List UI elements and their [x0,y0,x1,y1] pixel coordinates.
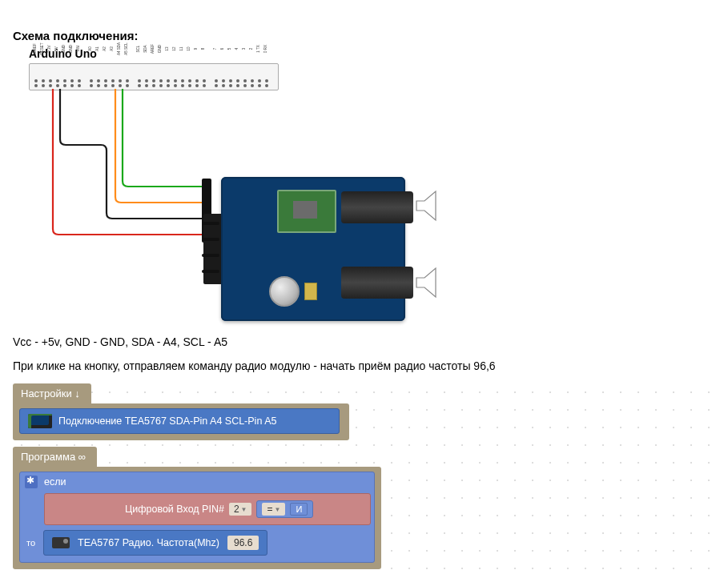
pin-socket [145,84,148,87]
pin-a5scl: A5 SCL [124,64,131,90]
pin-label: A3 [110,41,114,57]
pin-label: A2 [103,41,107,57]
pin-11: 11 [179,64,186,90]
pin-socket [258,84,261,87]
pin-label: 8 [201,41,205,57]
pin-scl: SCL [136,64,143,90]
pin-12: 12 [172,64,179,90]
pin-socket [167,84,170,87]
pin-socket [104,84,107,87]
gear-icon[interactable] [25,476,38,488]
pin-a1: A1 [95,64,102,90]
wiring-text: Vcc - +5v, GND - GND, SDA - A4, SCL - A5 [13,335,715,348]
chevron-down-icon: ▼ [241,506,247,513]
pin-5: 5 [227,64,234,90]
pin-6: 6 [220,64,227,90]
chevron-down-icon: ▼ [275,506,281,513]
pin-sda: SDA [143,64,150,90]
pin-value: 2 [234,504,239,515]
pin-socket [34,84,38,87]
settings-header[interactable]: Настройки ↓ [13,383,91,403]
if-head: если [20,472,374,492]
pin-socket [188,84,191,87]
pin-socket [42,84,45,87]
speaker-icon-bottom [413,267,445,299]
arduino-header: IOREFRESET3.3V5VGNDGNDVINA0A1A2A3A4 SDAA… [29,63,279,90]
freq-label: TEA5767 Радио. Частота(Mhz) [78,537,219,548]
pin-label: GND [62,41,66,57]
radio-icon [52,537,70,548]
pin-label: A4 SDA [117,41,121,57]
pin-socket [195,84,199,87]
pin-label: 12 [172,41,176,57]
pin-reset: RESET [40,64,46,90]
pin-socket [229,84,232,87]
pin-socket [203,84,206,87]
pin-4: 4 [235,64,241,90]
digital-in-label: Цифровой Вход PIN# [125,504,224,515]
tea-setup-label: Подключение TEA5767 SDA-Pin A4 SCL-Pin A… [58,415,276,427]
pin-socket [78,84,81,87]
pin-socket [97,84,100,87]
if-label: если [44,476,66,488]
pin-label: 3.3V [47,41,51,57]
pin-13: 13 [165,64,171,90]
pin-socket [90,84,93,87]
pin-3: 3 [242,64,248,90]
audio-jack-top [341,191,413,223]
pin-label: A5 SCL [124,41,128,57]
pin-socket [56,84,59,87]
audio-jack-bottom [341,267,413,299]
pin-aref: AREF [151,64,157,90]
then-label: то [26,538,35,548]
tea5767-freq-block[interactable]: TEA5767 Радио. Частота(Mhz) 96.6 [43,530,267,556]
pin-socket [222,84,225,87]
speaker-icon-top [413,190,445,222]
pin-socket [243,84,247,87]
pin-socket [49,84,52,87]
condition-block[interactable]: Цифровой Вход PIN# 2 ▼ = ▼ И [44,493,371,525]
pin-7: 7 [213,64,219,90]
pin-label: VIN [76,41,80,57]
true-value[interactable]: И [290,503,308,516]
pin-label: 11 [179,41,183,57]
operator-dropdown[interactable]: = ▼ [262,503,285,516]
operator-value: = [267,504,272,515]
freq-input[interactable]: 96.6 [227,536,259,550]
pin-socket [138,84,141,87]
pin-socket [236,84,239,87]
pin-gnd: GND [69,64,75,90]
pin-a4sda: A4 SDA [117,64,123,90]
compare-block[interactable]: = ▼ И [256,500,313,518]
pin-label: A0 [88,41,92,57]
then-row: то TEA5767 Радио. Частота(Mhz) 96.6 [20,530,374,562]
radio-module-tea5767 [221,177,405,321]
program-header[interactable]: Программа ∞ [13,447,97,467]
pin-label: SCL [136,41,140,57]
pin-label: 5V [54,41,58,57]
pin-label: 9 [194,41,198,57]
pin-socket [119,84,122,87]
pin-label: 6 [220,41,224,57]
pin-label: 2 [249,41,253,57]
module-icon [28,414,52,428]
pin-gnd: GND [158,64,164,90]
pin-socket [126,84,129,87]
pin-10: 10 [187,64,193,90]
small-capacitor [304,283,317,300]
capacitor [269,276,300,307]
tea5767-setup-block[interactable]: Подключение TEA5767 SDA-Pin A4 SCL-Pin A… [19,408,340,434]
pin-a2: A2 [103,64,109,90]
pin-a0: A0 [88,64,95,90]
pin-2: 2 [249,64,255,90]
pin-socket [174,84,177,87]
pin-label: RESET [40,41,44,57]
pin-label: SDA [143,41,147,57]
pin-dropdown[interactable]: 2 ▼ [229,503,252,516]
pin-label: 4 [235,41,239,57]
pin-8: 8 [201,64,207,90]
if-block[interactable]: если Цифровой Вход PIN# 2 ▼ = ▼ И то [19,472,375,563]
pin-label: 3 [242,41,246,57]
pin-label: 5 [227,41,231,57]
pin-0rx: 0 RX [263,64,270,90]
